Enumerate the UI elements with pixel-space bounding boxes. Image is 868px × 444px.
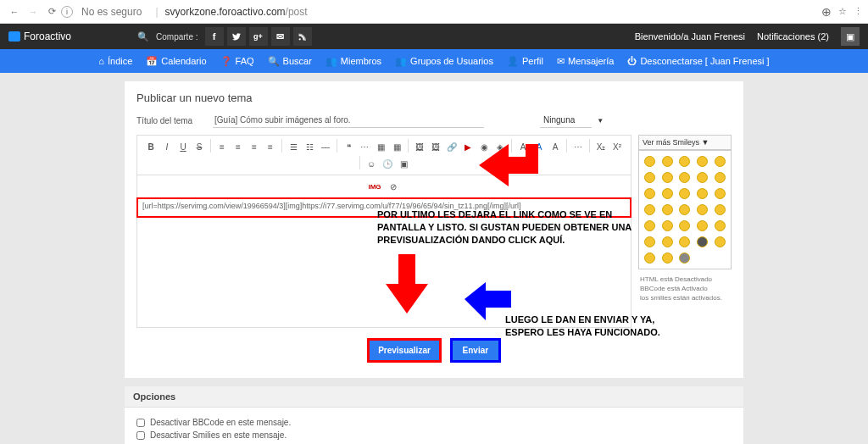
quote-button[interactable]: ❝: [341, 139, 356, 154]
smiley[interactable]: [662, 220, 673, 231]
smileys-header[interactable]: Ver más Smileys ▼: [638, 135, 732, 150]
nav-calendario[interactable]: 📅Calendario: [146, 56, 206, 67]
reload-button[interactable]: ⟳: [42, 3, 61, 21]
smiley[interactable]: [644, 156, 655, 167]
email-icon[interactable]: ✉: [271, 27, 290, 46]
upload-button[interactable]: IMG: [367, 179, 382, 194]
font-button[interactable]: A: [548, 139, 563, 154]
smiley[interactable]: [697, 188, 708, 199]
link-button[interactable]: 🔗: [444, 139, 459, 154]
list-ul-button[interactable]: ☰: [286, 139, 301, 154]
forward-button[interactable]: →: [24, 3, 42, 21]
smiley[interactable]: [644, 236, 655, 247]
share-label: Comparte :: [156, 32, 198, 42]
groups-icon: 👥: [395, 56, 407, 67]
list-ol-button[interactable]: ☷: [302, 139, 317, 154]
smiley[interactable]: [697, 172, 708, 183]
smiley[interactable]: [715, 188, 726, 199]
nav-indice[interactable]: ⌂Índice: [98, 56, 132, 66]
zoom-icon[interactable]: ⊕: [821, 5, 832, 19]
bold-button[interactable]: B: [143, 139, 159, 154]
nav-buscar[interactable]: 🔍Buscar: [268, 56, 312, 67]
code-button[interactable]: ⋯: [357, 139, 372, 154]
emoji-button[interactable]: ☺: [364, 156, 379, 171]
disable-smilies-checkbox[interactable]: [136, 431, 145, 440]
smiley[interactable]: [679, 220, 690, 231]
smiley[interactable]: [679, 156, 690, 167]
smiley[interactable]: [644, 220, 655, 231]
facebook-icon[interactable]: f: [205, 27, 224, 46]
svg-marker-1: [479, 144, 538, 186]
smiley[interactable]: [662, 253, 673, 264]
smiley[interactable]: [697, 204, 708, 215]
smiley[interactable]: [679, 172, 690, 183]
image-button[interactable]: 🖼: [428, 139, 443, 154]
smiley[interactable]: [715, 204, 726, 215]
smiley[interactable]: [662, 188, 673, 199]
smiley[interactable]: [644, 253, 655, 264]
menu-icon[interactable]: ⋮: [854, 6, 863, 17]
nav-faq[interactable]: ❓FAQ: [220, 56, 254, 67]
smiley[interactable]: [662, 156, 673, 167]
google-plus-icon[interactable]: g+: [249, 27, 268, 46]
topic-type-select[interactable]: Ninguna: [540, 113, 592, 128]
label-titulo: Título del tema: [136, 116, 198, 125]
smiley[interactable]: [679, 188, 690, 199]
notifications-link[interactable]: Notificaciones (2): [757, 31, 829, 42]
spoiler-button[interactable]: ▦: [373, 139, 388, 154]
smiley[interactable]: [715, 236, 726, 247]
brand-logo[interactable]: Foroactivo: [8, 31, 71, 42]
send-button[interactable]: Enviar: [450, 338, 501, 363]
title-input[interactable]: [213, 113, 484, 128]
hr-button[interactable]: —: [318, 139, 333, 154]
smiley[interactable]: [679, 204, 690, 215]
preview-button[interactable]: Previsualizar: [367, 338, 442, 363]
align-right-button[interactable]: ≡: [247, 139, 262, 154]
smiley[interactable]: [697, 236, 708, 247]
search-icon[interactable]: 🔍: [131, 31, 156, 42]
address-bar[interactable]: No es seguro | svyorkzone.foroactivo.com…: [73, 6, 821, 18]
smiley[interactable]: [715, 220, 726, 231]
smiley[interactable]: [662, 172, 673, 183]
bookmark-icon[interactable]: ☆: [838, 6, 847, 17]
smiley[interactable]: [679, 236, 690, 247]
sup-button[interactable]: X²: [609, 139, 625, 154]
smiley[interactable]: [644, 204, 655, 215]
smiley[interactable]: [697, 220, 708, 231]
smiley[interactable]: [715, 172, 726, 183]
smiley[interactable]: [662, 236, 673, 247]
smiley[interactable]: [644, 172, 655, 183]
italic-button[interactable]: I: [159, 139, 175, 154]
nav-grupos[interactable]: 👥Grupos de Usuarios: [395, 56, 493, 67]
members-icon: 👥: [326, 56, 337, 67]
strike-button[interactable]: S: [192, 139, 207, 154]
clear-button[interactable]: ⊘: [386, 179, 401, 194]
nav-miembros[interactable]: 👥Miembros: [326, 56, 381, 67]
more-button[interactable]: ⋯: [570, 139, 586, 154]
info-icon[interactable]: i: [61, 6, 73, 18]
smiley[interactable]: [697, 156, 708, 167]
align-left-button[interactable]: ≡: [214, 139, 230, 154]
image-host-button[interactable]: 🖼: [412, 139, 427, 154]
table-button[interactable]: ▦: [389, 139, 404, 154]
smiley[interactable]: [679, 253, 690, 264]
back-button[interactable]: ←: [5, 3, 24, 21]
twitter-icon[interactable]: [227, 27, 246, 46]
smiley[interactable]: [644, 188, 655, 199]
sub-button[interactable]: X₂: [593, 139, 609, 154]
align-center-button[interactable]: ≡: [231, 139, 246, 154]
disable-bbcode-checkbox[interactable]: [136, 419, 145, 427]
nav-desconectarse[interactable]: ⏻Desconectarse [ Juan Frenesi ]: [627, 56, 769, 66]
profile-button[interactable]: ▣: [841, 27, 860, 46]
nav-perfil[interactable]: 👤Perfil: [507, 56, 543, 67]
rss-icon[interactable]: [293, 27, 312, 46]
underline-button[interactable]: U: [175, 139, 191, 154]
nav-mensajeria[interactable]: ✉Mensajería: [557, 56, 614, 67]
smiley[interactable]: [662, 204, 673, 215]
smiley[interactable]: [715, 156, 726, 167]
date-button[interactable]: 🕒: [380, 156, 395, 171]
youtube-button[interactable]: ▶: [460, 139, 476, 154]
source-button[interactable]: ▣: [396, 156, 411, 171]
align-justify-button[interactable]: ≡: [263, 139, 278, 154]
mail-icon: ✉: [557, 56, 565, 67]
